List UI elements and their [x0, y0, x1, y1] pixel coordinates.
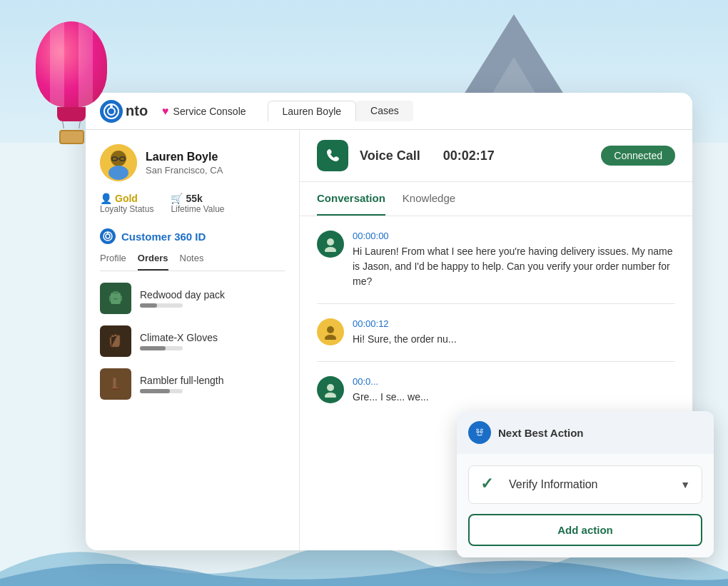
- nba-header: Next Best Action: [457, 411, 714, 454]
- logo-area: nto: [100, 100, 148, 123]
- svg-point-24: [474, 427, 485, 438]
- lifetime-label: Lifetime Value: [171, 204, 224, 214]
- call-icon-wrapper: [317, 140, 348, 171]
- svg-point-10: [106, 234, 110, 238]
- nba-icon: [468, 421, 491, 444]
- conversation-tabs: Conversation Knowledge: [300, 182, 692, 216]
- svg-point-18: [327, 238, 334, 246]
- nav-tab-lauren-boyle[interactable]: Lauren Boyle: [268, 101, 357, 121]
- message-2: 00:0... Gre... I se... we...: [317, 376, 675, 405]
- service-console-label: ♥ Service Console: [162, 105, 246, 118]
- customer-info: Lauren Boyle San Francisco, CA: [146, 151, 223, 176]
- order-info-0: Redwood day pack: [140, 289, 225, 308]
- nba-panel: Next Best Action ✓ Verify Information ▼ …: [457, 411, 714, 557]
- msg-text-1: Hi! Sure, the order nu...: [353, 332, 675, 347]
- msg-text-0: Hi Lauren! From what I see here you're h…: [353, 244, 675, 289]
- order-image-boots: [100, 368, 131, 400]
- divider-1: [317, 303, 675, 304]
- svg-point-8: [108, 166, 128, 180]
- chevron-down-icon[interactable]: ▼: [680, 479, 690, 490]
- conv-tab-knowledge[interactable]: Knowledge: [403, 182, 455, 216]
- sub-tab-orders[interactable]: Orders: [138, 253, 168, 271]
- msg-text-2: Gre... I se... we...: [353, 390, 675, 405]
- loyalty-row: 👤 Gold Loyalty Status 🛒 55k Lifetime Val…: [100, 193, 285, 214]
- nav-tabs: Lauren Boyle Cases: [268, 101, 413, 121]
- svg-point-2: [110, 105, 113, 108]
- message-content-2: 00:0... Gre... I se... we...: [353, 376, 675, 405]
- order-info-1: Climate-X Gloves: [140, 332, 218, 350]
- customer-name: Lauren Boyle: [146, 151, 223, 163]
- msg-timestamp-0: 00:00:00: [353, 231, 675, 241]
- customer360-section: Customer 360 ID Profile Orders Notes: [100, 228, 285, 400]
- sub-tab-profile[interactable]: Profile: [100, 253, 126, 271]
- verify-text: Verify Information: [509, 478, 680, 491]
- svg-point-11: [107, 232, 108, 233]
- message-0: 00:00:00 Hi Lauren! From what I see here…: [317, 231, 675, 289]
- nba-content: ✓ Verify Information ▼ Add action: [457, 454, 714, 557]
- order-status-1: [140, 346, 183, 350]
- loyalty-icon: 👤: [100, 193, 112, 204]
- verify-row[interactable]: ✓ Verify Information ▼: [468, 465, 702, 504]
- message-1: 00:00:12 Hi! Sure, the order nu...: [317, 318, 675, 347]
- svg-rect-15: [109, 295, 111, 301]
- order-item-2[interactable]: Rambler full-length: [100, 368, 285, 400]
- customer-header: Lauren Boyle San Francisco, CA: [100, 144, 285, 181]
- customer360-title: Customer 360 ID: [100, 228, 285, 244]
- order-name-1: Climate-X Gloves: [140, 332, 218, 343]
- lifetime-value-item: 🛒 55k Lifetime Value: [171, 193, 224, 214]
- conv-tab-conversation[interactable]: Conversation: [317, 182, 385, 216]
- sub-tab-notes[interactable]: Notes: [180, 253, 204, 271]
- svg-rect-16: [121, 295, 122, 301]
- message-content-1: 00:00:12 Hi! Sure, the order nu...: [353, 318, 675, 347]
- left-panel: Lauren Boyle San Francisco, CA 👤 Gold Lo…: [86, 130, 300, 550]
- svg-point-19: [325, 247, 336, 252]
- agent-avatar-2: [317, 376, 344, 403]
- order-item-0[interactable]: Redwood day pack: [100, 283, 285, 314]
- divider-2: [317, 361, 675, 362]
- message-content-0: 00:00:00 Hi Lauren! From what I see here…: [353, 231, 675, 289]
- nba-title: Next Best Action: [498, 427, 583, 439]
- top-navigation: nto ♥ Service Console Lauren Boyle Cases: [86, 93, 692, 130]
- logo-text: nto: [126, 103, 148, 119]
- order-item-1[interactable]: Climate-X Gloves: [100, 325, 285, 357]
- order-status-0: [140, 303, 183, 308]
- loyalty-status-item: 👤 Gold Loyalty Status: [100, 193, 153, 214]
- c360-icon: [100, 228, 116, 244]
- add-action-button[interactable]: Add action: [468, 514, 702, 546]
- svg-rect-13: [113, 291, 118, 294]
- order-name-0: Redwood day pack: [140, 289, 225, 300]
- check-icon: ✓: [480, 475, 500, 495]
- loyalty-status-value: 👤 Gold: [100, 193, 153, 204]
- loyalty-status-label: Loyalty Status: [100, 204, 153, 214]
- cart-icon: 🛒: [171, 193, 183, 204]
- order-status-2: [140, 389, 183, 393]
- agent-avatar-0: [317, 231, 344, 258]
- svg-point-27: [477, 431, 479, 433]
- svg-point-20: [327, 326, 334, 333]
- order-info-2: Rambler full-length: [140, 375, 224, 393]
- heart-icon: ♥: [162, 105, 169, 118]
- msg-timestamp-2: 00:0...: [353, 376, 675, 387]
- svg-point-21: [325, 335, 336, 340]
- svg-point-23: [325, 393, 336, 398]
- voice-call-bar: Voice Call 00:02:17 Connected: [300, 130, 692, 182]
- svg-rect-14: [113, 298, 118, 300]
- svg-point-22: [327, 384, 334, 391]
- nav-tab-cases[interactable]: Cases: [356, 101, 413, 121]
- balloon-decoration: [36, 21, 107, 144]
- avatar: [100, 144, 137, 181]
- msg-timestamp-1: 00:00:12: [353, 318, 675, 329]
- order-image-backpack: [100, 283, 131, 314]
- call-timer: 00:02:17: [443, 148, 495, 163]
- svg-point-1: [108, 108, 115, 115]
- connected-badge: Connected: [601, 146, 675, 166]
- call-title: Voice Call: [360, 148, 420, 163]
- customer-location: San Francisco, CA: [146, 165, 223, 176]
- order-name-2: Rambler full-length: [140, 375, 224, 386]
- sub-tabs: Profile Orders Notes: [100, 253, 285, 271]
- order-list: Redwood day pack: [100, 283, 285, 400]
- order-image-gloves: [100, 325, 131, 357]
- svg-rect-17: [111, 388, 121, 390]
- svg-point-28: [481, 431, 482, 433]
- lifetime-value: 🛒 55k: [171, 193, 224, 204]
